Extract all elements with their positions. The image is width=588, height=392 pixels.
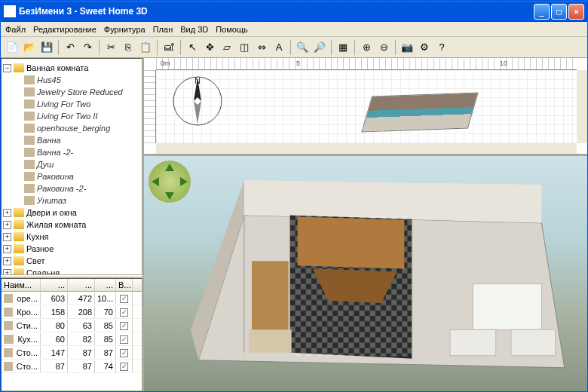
save-button[interactable]: 💾 xyxy=(38,39,55,56)
tree-item[interactable]: Hus45 xyxy=(14,74,140,86)
help-button[interactable]: ? xyxy=(433,39,450,56)
minimize-button[interactable]: _ xyxy=(534,4,550,20)
column-header[interactable]: Наим... xyxy=(2,279,41,291)
create-wall-button[interactable]: ▱ xyxy=(219,39,235,56)
new-file-button[interactable]: 📄 xyxy=(4,39,20,56)
copy-button[interactable]: ⎘ xyxy=(120,39,136,56)
tree-root[interactable]: −Ванная комната xyxy=(3,62,140,74)
cell: 87 xyxy=(68,347,95,359)
table-row[interactable]: Кух...608285✓ xyxy=(2,332,142,346)
furniture-table[interactable]: Наим............В... ope...60347210...✓К… xyxy=(1,278,142,391)
visible-checkbox[interactable]: ✓ xyxy=(120,295,128,303)
visible-checkbox[interactable]: ✓ xyxy=(120,308,128,317)
expand-icon[interactable]: + xyxy=(3,257,11,265)
table-row[interactable]: Сто...878774✓ xyxy=(2,360,142,373)
close-button[interactable]: × xyxy=(568,4,584,20)
expand-icon[interactable]: + xyxy=(3,269,11,276)
menu-Фурнитура[interactable]: Фурнитура xyxy=(104,25,145,34)
plan-view[interactable]: 0m510 N xyxy=(144,58,587,156)
redo-button[interactable]: ↷ xyxy=(79,39,96,56)
menu-Редактирование[interactable]: Редактирование xyxy=(33,25,96,34)
create-text-button[interactable]: A xyxy=(271,39,287,56)
tree-category[interactable]: +Жилая комната xyxy=(3,219,140,231)
create-dimension-button[interactable]: ⇔ xyxy=(253,39,270,56)
expand-icon[interactable]: + xyxy=(3,209,11,217)
furniture-icon xyxy=(24,87,35,96)
save-icon: 💾 xyxy=(41,41,53,53)
furniture-icon xyxy=(4,308,13,317)
select-button[interactable]: ↖ xyxy=(184,39,201,56)
nav-up-icon[interactable] xyxy=(165,164,174,171)
column-header[interactable]: В... xyxy=(116,279,133,291)
create-text-icon: A xyxy=(276,41,283,53)
tree-item[interactable]: Living For Two xyxy=(14,98,140,110)
tree-category[interactable]: +Разное xyxy=(3,243,140,255)
pan-button[interactable]: ✥ xyxy=(201,39,218,56)
menu-Вид 3D[interactable]: Вид 3D xyxy=(180,25,208,34)
visible-checkbox[interactable]: ✓ xyxy=(120,322,128,330)
table-row[interactable]: ope...60347210...✓ xyxy=(2,292,142,305)
cell: 85 xyxy=(95,320,116,332)
open-button[interactable]: 📂 xyxy=(21,39,38,56)
menu-Файл[interactable]: Файл xyxy=(5,25,26,34)
tree-category[interactable]: +Спальня xyxy=(3,267,140,275)
preferences-button[interactable]: ⚙ xyxy=(416,39,433,56)
cut-button[interactable]: ✂ xyxy=(103,39,119,56)
table-row[interactable]: Сти...806385✓ xyxy=(2,319,142,332)
furniture-icon xyxy=(4,348,13,357)
scrollbar-horizontal[interactable] xyxy=(156,143,577,154)
expand-icon[interactable]: + xyxy=(3,245,11,253)
collapse-icon[interactable]: − xyxy=(3,64,11,72)
column-header[interactable]: ... xyxy=(68,279,95,291)
expand-icon[interactable]: + xyxy=(3,233,11,241)
plan-canvas[interactable]: N xyxy=(156,70,577,143)
tree-item[interactable]: Ванна xyxy=(14,134,140,146)
zoom-plus-button[interactable]: 🔍 xyxy=(294,39,311,56)
column-header[interactable]: ... xyxy=(41,279,68,291)
tree-item[interactable]: Раковина -2- xyxy=(14,182,140,194)
tree-item[interactable]: Living For Two II xyxy=(14,110,140,122)
tree-category[interactable]: +Свет xyxy=(3,255,140,267)
maximize-button[interactable]: □ xyxy=(551,4,567,20)
folder-icon xyxy=(14,63,24,72)
tree-item[interactable]: Раковина xyxy=(14,170,140,182)
zoom-minus-button[interactable]: 🔎 xyxy=(311,39,328,56)
zoom-in-button[interactable]: ⊕ xyxy=(358,39,375,56)
toolbar-separator xyxy=(331,40,332,55)
tree-item[interactable]: Ванна -2- xyxy=(14,146,140,158)
zoom-out-button[interactable]: ⊖ xyxy=(375,39,392,56)
column-header[interactable]: ... xyxy=(95,279,116,291)
menu-Помощь[interactable]: Помощь xyxy=(216,25,248,34)
menu-План[interactable]: План xyxy=(153,25,173,34)
table-row[interactable]: Сто...1478787✓ xyxy=(2,346,142,360)
create-room-button[interactable]: ◫ xyxy=(236,39,253,56)
add-furniture-button[interactable]: 🛋 xyxy=(161,39,177,56)
tree-item[interactable]: Jewelry Store Reduced xyxy=(14,86,140,98)
plan-model-preview[interactable] xyxy=(361,93,478,133)
nav-left-icon[interactable] xyxy=(152,177,159,186)
cell: 82 xyxy=(68,333,95,345)
nav-down-icon[interactable] xyxy=(165,192,174,200)
visible-checkbox[interactable]: ✓ xyxy=(120,335,128,344)
svg-text:N: N xyxy=(194,76,201,85)
visible-checkbox[interactable]: ✓ xyxy=(120,349,128,357)
compass-icon[interactable]: N xyxy=(171,75,224,127)
paste-button[interactable]: 📋 xyxy=(137,39,154,56)
3d-render[interactable] xyxy=(183,177,580,390)
toggle-grid-button[interactable]: ▦ xyxy=(335,39,351,56)
3d-view[interactable] xyxy=(144,156,587,391)
furniture-icon xyxy=(4,362,13,371)
furniture-tree[interactable]: −Ванная комнатаHus45Jewelry Store Reduce… xyxy=(1,58,142,275)
expand-icon[interactable]: + xyxy=(3,221,11,229)
table-row[interactable]: Кро...15820870✓ xyxy=(2,305,142,319)
visible-checkbox[interactable]: ✓ xyxy=(120,363,128,371)
undo-button[interactable]: ↶ xyxy=(62,39,78,56)
camera-button[interactable]: 📷 xyxy=(399,39,415,56)
tree-category[interactable]: +Двери и окна xyxy=(3,207,140,219)
tree-item[interactable]: openhouse_berging xyxy=(14,122,140,134)
tree-category[interactable]: +Кухня xyxy=(3,231,140,243)
tree-label: Кухня xyxy=(26,232,48,241)
scrollbar-vertical[interactable] xyxy=(577,70,587,143)
tree-item[interactable]: Душ xyxy=(14,158,140,170)
tree-item[interactable]: Унитаз xyxy=(14,194,140,207)
